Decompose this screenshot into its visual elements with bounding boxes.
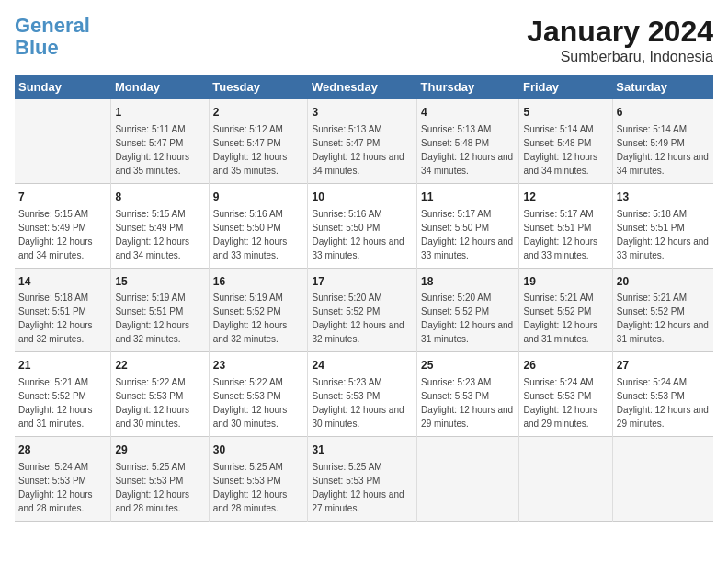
sunset-text: Sunset: 5:53 PM <box>421 391 489 401</box>
calendar-cell <box>519 437 612 522</box>
calendar-cell: 15Sunrise: 5:19 AMSunset: 5:51 PMDayligh… <box>111 268 209 352</box>
weekday-header-tuesday: Tuesday <box>209 75 308 99</box>
sunrise-text: Sunrise: 5:20 AM <box>421 293 491 303</box>
day-number: 18 <box>421 274 515 290</box>
sunset-text: Sunset: 5:50 PM <box>421 223 489 233</box>
sun-info: Sunrise: 5:24 AMSunset: 5:53 PMDaylight:… <box>617 375 710 431</box>
sun-info: Sunrise: 5:23 AMSunset: 5:53 PMDaylight:… <box>421 375 515 431</box>
sun-info: Sunrise: 5:15 AMSunset: 5:49 PMDaylight:… <box>115 207 204 262</box>
sun-info: Sunrise: 5:20 AMSunset: 5:52 PMDaylight:… <box>421 291 515 346</box>
calendar-cell: 5Sunrise: 5:14 AMSunset: 5:48 PMDaylight… <box>519 99 612 183</box>
sunrise-text: Sunrise: 5:22 AM <box>115 377 185 387</box>
daylight-text: Daylight: 12 hours and 29 minutes. <box>421 405 513 429</box>
sun-info: Sunrise: 5:21 AMSunset: 5:52 PMDaylight:… <box>523 291 608 346</box>
day-number: 26 <box>523 358 608 373</box>
day-number: 22 <box>115 358 204 373</box>
daylight-text: Daylight: 12 hours and 27 minutes. <box>312 489 404 513</box>
day-number: 7 <box>18 190 107 205</box>
daylight-text: Daylight: 12 hours and 32 minutes. <box>213 320 288 344</box>
sun-info: Sunrise: 5:17 AMSunset: 5:50 PMDaylight:… <box>421 207 515 262</box>
sunset-text: Sunset: 5:48 PM <box>421 138 489 148</box>
sun-info: Sunrise: 5:13 AMSunset: 5:47 PMDaylight:… <box>312 122 413 178</box>
daylight-text: Daylight: 12 hours and 30 minutes. <box>312 405 404 429</box>
sunset-text: Sunset: 5:52 PM <box>18 391 86 401</box>
daylight-text: Daylight: 12 hours and 31 minutes. <box>617 320 709 344</box>
sunrise-text: Sunrise: 5:13 AM <box>312 124 381 134</box>
daylight-text: Daylight: 12 hours and 29 minutes. <box>523 405 597 429</box>
sun-info: Sunrise: 5:22 AMSunset: 5:53 PMDaylight:… <box>213 375 304 431</box>
daylight-text: Daylight: 12 hours and 34 minutes. <box>312 152 404 176</box>
calendar-cell: 14Sunrise: 5:18 AMSunset: 5:51 PMDayligh… <box>15 268 111 352</box>
sunrise-text: Sunrise: 5:20 AM <box>312 293 381 303</box>
sunset-text: Sunset: 5:53 PM <box>312 476 380 486</box>
calendar-cell: 26Sunrise: 5:24 AMSunset: 5:53 PMDayligh… <box>519 352 612 437</box>
sun-info: Sunrise: 5:23 AMSunset: 5:53 PMDaylight:… <box>312 375 413 431</box>
sun-info: Sunrise: 5:18 AMSunset: 5:51 PMDaylight:… <box>617 207 710 262</box>
calendar-week-5: 28Sunrise: 5:24 AMSunset: 5:53 PMDayligh… <box>15 437 713 522</box>
daylight-text: Daylight: 12 hours and 30 minutes. <box>115 405 189 429</box>
day-number: 11 <box>421 190 515 205</box>
sun-info: Sunrise: 5:17 AMSunset: 5:51 PMDaylight:… <box>523 207 608 262</box>
daylight-text: Daylight: 12 hours and 28 minutes. <box>115 489 189 513</box>
logo-general: General <box>15 14 90 37</box>
sun-info: Sunrise: 5:25 AMSunset: 5:53 PMDaylight:… <box>213 460 304 515</box>
day-number: 10 <box>312 190 413 205</box>
day-number: 13 <box>617 190 710 205</box>
calendar-cell: 24Sunrise: 5:23 AMSunset: 5:53 PMDayligh… <box>308 352 417 437</box>
weekday-header-thursday: Thursday <box>417 75 519 99</box>
calendar-cell: 7Sunrise: 5:15 AMSunset: 5:49 PMDaylight… <box>15 183 111 268</box>
daylight-text: Daylight: 12 hours and 34 minutes. <box>617 152 709 176</box>
daylight-text: Daylight: 12 hours and 33 minutes. <box>523 236 597 260</box>
day-number: 31 <box>312 442 413 458</box>
day-number: 20 <box>617 274 710 290</box>
calendar-cell <box>612 437 713 522</box>
day-number: 16 <box>213 274 304 290</box>
sun-info: Sunrise: 5:24 AMSunset: 5:53 PMDaylight:… <box>18 460 107 515</box>
sunset-text: Sunset: 5:52 PM <box>312 306 380 316</box>
logo: General Blue <box>15 15 90 59</box>
sunrise-text: Sunrise: 5:11 AM <box>115 124 185 134</box>
sunset-text: Sunset: 5:47 PM <box>213 138 281 148</box>
sunset-text: Sunset: 5:49 PM <box>18 223 86 233</box>
daylight-text: Daylight: 12 hours and 33 minutes. <box>213 236 288 260</box>
daylight-text: Daylight: 12 hours and 32 minutes. <box>115 320 189 344</box>
day-number: 15 <box>115 274 204 290</box>
sunset-text: Sunset: 5:52 PM <box>421 306 489 316</box>
daylight-text: Daylight: 12 hours and 35 minutes. <box>213 152 288 176</box>
sunset-text: Sunset: 5:50 PM <box>312 223 380 233</box>
sunrise-text: Sunrise: 5:19 AM <box>213 293 283 303</box>
sunrise-text: Sunrise: 5:24 AM <box>523 377 593 387</box>
calendar-cell: 23Sunrise: 5:22 AMSunset: 5:53 PMDayligh… <box>209 352 308 437</box>
calendar-cell: 4Sunrise: 5:13 AMSunset: 5:48 PMDaylight… <box>417 99 519 183</box>
sunrise-text: Sunrise: 5:21 AM <box>18 377 88 387</box>
daylight-text: Daylight: 12 hours and 31 minutes. <box>18 405 93 429</box>
day-number: 14 <box>18 274 107 290</box>
logo-text: General Blue <box>15 15 90 59</box>
sun-info: Sunrise: 5:19 AMSunset: 5:51 PMDaylight:… <box>115 291 204 346</box>
sunset-text: Sunset: 5:53 PM <box>115 391 183 401</box>
sunrise-text: Sunrise: 5:15 AM <box>115 209 185 219</box>
weekday-header-row: SundayMondayTuesdayWednesdayThursdayFrid… <box>15 75 713 99</box>
sunset-text: Sunset: 5:50 PM <box>213 223 281 233</box>
sun-info: Sunrise: 5:19 AMSunset: 5:52 PMDaylight:… <box>213 291 304 346</box>
page-subtitle: Sumberbaru, Indonesia <box>527 49 713 65</box>
daylight-text: Daylight: 12 hours and 29 minutes. <box>617 405 709 429</box>
sun-info: Sunrise: 5:13 AMSunset: 5:48 PMDaylight:… <box>421 122 515 178</box>
sunset-text: Sunset: 5:51 PM <box>18 306 86 316</box>
calendar-cell: 2Sunrise: 5:12 AMSunset: 5:47 PMDaylight… <box>209 99 308 183</box>
daylight-text: Daylight: 12 hours and 32 minutes. <box>18 320 93 344</box>
day-number: 23 <box>213 358 304 373</box>
sunset-text: Sunset: 5:47 PM <box>115 138 183 148</box>
sunset-text: Sunset: 5:53 PM <box>213 391 281 401</box>
calendar-cell: 10Sunrise: 5:16 AMSunset: 5:50 PMDayligh… <box>308 183 417 268</box>
sunset-text: Sunset: 5:53 PM <box>617 391 685 401</box>
sunrise-text: Sunrise: 5:25 AM <box>312 462 381 472</box>
calendar-cell: 9Sunrise: 5:16 AMSunset: 5:50 PMDaylight… <box>209 183 308 268</box>
page-title: January 2024 <box>527 15 713 49</box>
sunrise-text: Sunrise: 5:14 AM <box>523 124 593 134</box>
sunset-text: Sunset: 5:49 PM <box>115 223 183 233</box>
weekday-header-friday: Friday <box>519 75 612 99</box>
calendar-cell: 3Sunrise: 5:13 AMSunset: 5:47 PMDaylight… <box>308 99 417 183</box>
sunrise-text: Sunrise: 5:24 AM <box>18 462 88 472</box>
day-number: 3 <box>312 105 413 121</box>
